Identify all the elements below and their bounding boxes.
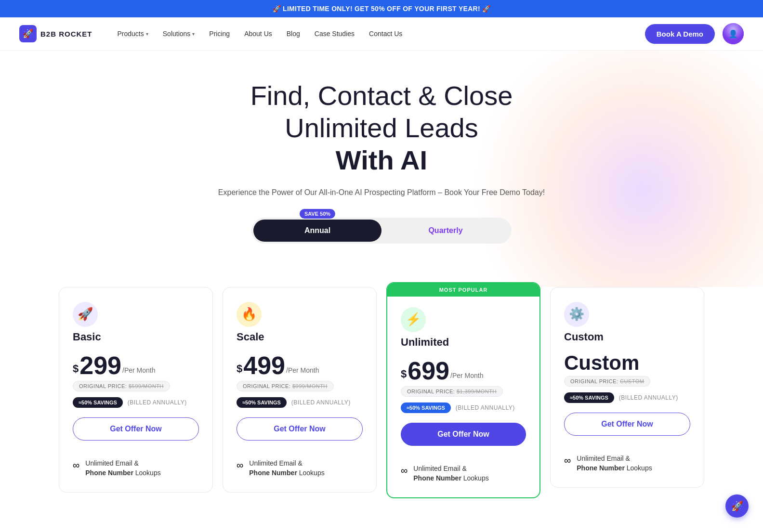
- hero-title-line3: With AI: [336, 145, 427, 175]
- toggle-annual[interactable]: SAVE 50% Annual: [253, 220, 382, 242]
- nav-item-pricing[interactable]: Pricing: [203, 26, 236, 41]
- billing-toggle: SAVE 50% Annual Quarterly: [19, 218, 744, 244]
- nav-links: Products ▾ Solutions ▾ Pricing About Us …: [112, 26, 645, 41]
- nav-item-blog[interactable]: Blog: [281, 26, 306, 41]
- feature-row-basic: ∞ Unlimited Email & Phone Number Lookups: [73, 459, 199, 478]
- user-avatar[interactable]: 👤: [723, 23, 744, 44]
- svg-text:👤: 👤: [728, 29, 738, 39]
- get-offer-basic[interactable]: Get Offer Now: [73, 417, 199, 441]
- plan-price-basic: $ 299 /Per Month: [73, 353, 199, 378]
- chat-icon: 🚀: [731, 500, 743, 512]
- hero-title-line1: Find, Contact & Close: [250, 80, 513, 111]
- hero-subtitle: Experience the Power of Our All-in-One A…: [19, 186, 744, 199]
- infinity-icon-custom: ∞: [564, 455, 571, 466]
- svg-text:⚡: ⚡: [406, 311, 421, 327]
- original-price-custom: ORIGINAL PRICE: CUSTOM: [564, 376, 650, 387]
- svg-text:⚙️: ⚙️: [569, 306, 585, 322]
- promo-banner: 🚀 LIMITED TIME ONLY! GET 50% OFF OF YOUR…: [0, 0, 763, 17]
- infinity-icon-basic: ∞: [73, 460, 79, 471]
- nav-item-contact[interactable]: Contact Us: [363, 26, 408, 41]
- hero-title-line2: Unlimited Leads: [285, 113, 478, 143]
- svg-text:🚀: 🚀: [78, 306, 93, 322]
- toggle-quarterly[interactable]: Quarterly: [382, 220, 510, 242]
- savings-badge-custom: ≈50% SAVINGS: [564, 392, 614, 403]
- feature-row-unlimited: ∞ Unlimited Email & Phone Number Lookups: [401, 464, 526, 483]
- navbar: 🚀 B2B ROCKET Products ▾ Solutions ▾ Pric…: [0, 17, 763, 51]
- plan-name-basic: Basic: [73, 331, 199, 343]
- savings-row-basic: ≈50% SAVINGS (BILLED ANNUALLY): [73, 397, 199, 408]
- get-offer-custom[interactable]: Get Offer Now: [564, 413, 690, 436]
- nav-item-about[interactable]: About Us: [238, 26, 278, 41]
- save-badge: SAVE 50%: [300, 209, 335, 219]
- plan-name-custom: Custom: [564, 331, 690, 343]
- chevron-down-icon: ▾: [192, 31, 195, 37]
- savings-badge-basic: ≈50% SAVINGS: [73, 397, 123, 408]
- savings-row-unlimited: ≈50% SAVINGS (BILLED ANNUALLY): [401, 402, 526, 413]
- get-offer-scale[interactable]: Get Offer Now: [237, 417, 363, 441]
- infinity-icon-unlimited: ∞: [401, 465, 408, 476]
- savings-row-scale: ≈50% SAVINGS (BILLED ANNUALLY): [237, 397, 363, 408]
- plan-icon-unlimited: ⚡: [401, 307, 426, 332]
- nav-item-solutions[interactable]: Solutions ▾: [157, 26, 201, 41]
- plan-name-unlimited: Unlimited: [401, 336, 526, 349]
- nav-item-case-studies[interactable]: Case Studies: [309, 26, 360, 41]
- feature-row-scale: ∞ Unlimited Email & Phone Number Lookups: [237, 459, 363, 478]
- toggle-pill: SAVE 50% Annual Quarterly: [251, 218, 512, 244]
- svg-text:🔥: 🔥: [241, 306, 257, 322]
- get-offer-unlimited[interactable]: Get Offer Now: [401, 423, 526, 446]
- pricing-card-scale: 🔥 Scale $ 499 /Per Month ORIGINAL PRICE:…: [223, 287, 377, 493]
- hero-section: Find, Contact & Close Unlimited Leads Wi…: [0, 51, 763, 287]
- feature-row-custom: ∞ Unlimited Email & Phone Number Lookups: [564, 454, 690, 473]
- book-demo-button[interactable]: Book A Demo: [645, 24, 715, 44]
- infinity-icon-scale: ∞: [237, 460, 243, 471]
- plan-price-unlimited: $ 699 /Per Month: [401, 358, 526, 383]
- plan-name-scale: Scale: [237, 331, 363, 343]
- banner-text: 🚀 LIMITED TIME ONLY! GET 50% OFF OF YOUR…: [273, 5, 491, 13]
- plan-icon-scale: 🔥: [237, 302, 262, 327]
- plan-icon-custom: ⚙️: [564, 302, 589, 327]
- plan-icon-basic: 🚀: [73, 302, 98, 327]
- logo-icon: 🚀: [19, 25, 37, 42]
- logo-text: B2B ROCKET: [40, 30, 92, 38]
- pricing-section: 🚀 Basic $ 299 /Per Month ORIGINAL PRICE:…: [0, 287, 763, 527]
- logo[interactable]: 🚀 B2B ROCKET: [19, 25, 92, 42]
- original-price-basic: ORIGINAL PRICE: $599/MONTH: [73, 381, 170, 391]
- pricing-card-basic: 🚀 Basic $ 299 /Per Month ORIGINAL PRICE:…: [59, 287, 213, 493]
- savings-row-custom: ≈50% SAVINGS (BILLED ANNUALLY): [564, 392, 690, 403]
- plan-price-custom: Custom: [564, 353, 690, 373]
- original-price-unlimited: ORIGINAL PRICE: $1,399/MONTH: [401, 386, 503, 397]
- popular-badge: MOST POPULAR: [387, 283, 539, 297]
- savings-badge-unlimited: ≈50% SAVINGS: [401, 402, 451, 413]
- hero-title: Find, Contact & Close Unlimited Leads Wi…: [19, 79, 744, 177]
- pricing-card-unlimited: MOST POPULAR ⚡ Unlimited $ 699 /Per Mont…: [386, 282, 540, 498]
- pricing-card-custom: ⚙️ Custom Custom ORIGINAL PRICE: CUSTOM …: [550, 287, 704, 488]
- plan-price-scale: $ 499 /Per Month: [237, 353, 363, 378]
- chevron-down-icon: ▾: [146, 31, 148, 37]
- nav-item-products[interactable]: Products ▾: [112, 26, 154, 41]
- savings-badge-scale: ≈50% SAVINGS: [237, 397, 287, 408]
- chat-button[interactable]: 🚀: [725, 494, 749, 518]
- original-price-scale: ORIGINAL PRICE: $999/MONTH: [237, 381, 334, 391]
